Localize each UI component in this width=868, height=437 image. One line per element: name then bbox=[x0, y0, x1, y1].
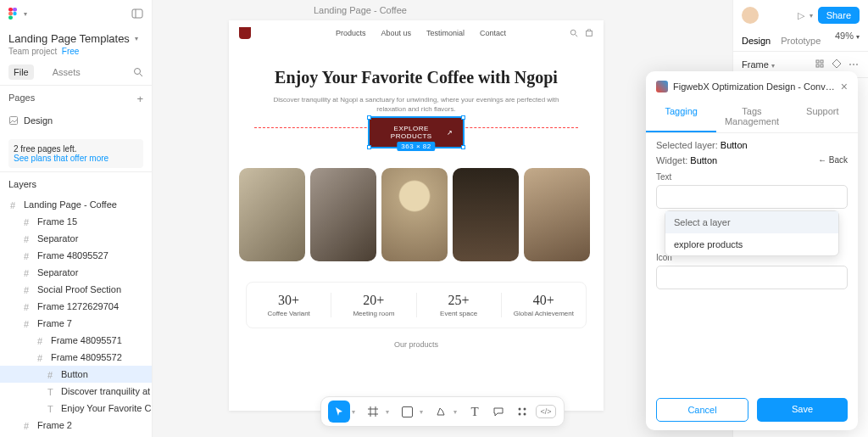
cancel-button[interactable]: Cancel bbox=[656, 398, 748, 422]
nav-contact[interactable]: Contact bbox=[480, 29, 506, 37]
tree-item[interactable]: #Separator bbox=[0, 230, 152, 247]
dropdown-option[interactable]: explore products bbox=[665, 233, 838, 255]
tree-item[interactable]: #Frame 7 bbox=[0, 315, 152, 332]
tree-item[interactable]: #Frame 48095527 bbox=[0, 247, 152, 264]
bottom-toolbar: ▾ ▾ ▾ ▾ T </> bbox=[320, 396, 565, 427]
nav-testimonial[interactable]: Testimonial bbox=[426, 29, 465, 37]
chevron-down-icon[interactable]: ▾ bbox=[352, 408, 360, 416]
icon-input[interactable] bbox=[656, 266, 848, 289]
tab-design[interactable]: Design bbox=[742, 31, 771, 51]
tree-item[interactable]: #Frame 15 bbox=[0, 213, 152, 230]
svg-rect-12 bbox=[587, 31, 593, 36]
comment-tool-icon[interactable] bbox=[487, 401, 509, 423]
share-button[interactable]: Share bbox=[818, 7, 860, 24]
text-input[interactable] bbox=[656, 185, 848, 209]
dropdown-placeholder: Select a layer bbox=[665, 211, 838, 233]
move-tool-icon[interactable] bbox=[328, 401, 350, 423]
artboard-coffee[interactable]: Products About us Testimonial Contact En… bbox=[229, 20, 604, 411]
shape-tool-icon[interactable] bbox=[396, 401, 418, 423]
close-icon[interactable]: × bbox=[841, 80, 848, 93]
resize-handle-icon[interactable] bbox=[461, 115, 465, 120]
nav-products[interactable]: Products bbox=[336, 29, 366, 37]
resize-handle-icon[interactable] bbox=[367, 115, 371, 120]
pen-tool-icon[interactable] bbox=[430, 401, 452, 423]
add-page-icon[interactable]: + bbox=[136, 92, 143, 105]
cta-selection[interactable]: EXPLORE PRODUCTS ↗ 363 × 82 bbox=[369, 117, 464, 148]
hash-icon: # bbox=[24, 234, 32, 243]
widget-row: Widget: Button ← Back bbox=[656, 155, 848, 165]
stat-item: 20+Meeting room bbox=[331, 293, 416, 317]
tab-assets[interactable]: Assets bbox=[47, 64, 86, 80]
svg-point-18 bbox=[524, 408, 526, 411]
chevron-down-icon[interactable]: ▾ bbox=[810, 12, 813, 20]
right-topbar: ▷ ▾ Share bbox=[733, 0, 868, 31]
chevron-down-icon[interactable]: ▾ bbox=[453, 408, 462, 416]
svg-rect-4 bbox=[8, 15, 13, 20]
avatar[interactable] bbox=[742, 7, 759, 24]
upgrade-link[interactable]: See plans that offer more bbox=[14, 154, 108, 163]
dimension-label: 363 × 82 bbox=[397, 142, 435, 151]
tree-item[interactable]: #Frame 2 bbox=[0, 417, 152, 434]
left-panel: ▾ Landing Page Templates ▾ Team project … bbox=[0, 0, 153, 437]
pages-section-header: Pages + bbox=[0, 86, 152, 112]
tab-file[interactable]: File bbox=[8, 64, 34, 80]
frame-dropdown[interactable]: Frame ▾ bbox=[742, 59, 775, 70]
chevron-down-icon: ▾ bbox=[24, 10, 27, 18]
tree-item[interactable]: #Frame 48095572 bbox=[0, 349, 152, 366]
tree-item[interactable]: #Frame 48095571 bbox=[0, 332, 152, 349]
project-name-dropdown[interactable]: Landing Page Templates ▾ bbox=[8, 32, 143, 45]
back-button[interactable]: ← Back bbox=[818, 155, 848, 165]
zoom-level[interactable]: 49% ▾ bbox=[835, 31, 860, 51]
tab-support[interactable]: Support bbox=[787, 100, 858, 132]
align-icon[interactable] bbox=[815, 59, 825, 70]
hero-section: Enjoy Your Favorite Coffee with Ngopi Di… bbox=[229, 46, 604, 154]
resize-handle-icon[interactable] bbox=[367, 145, 371, 149]
hash-icon: # bbox=[24, 268, 32, 277]
chevron-down-icon[interactable]: ▾ bbox=[386, 408, 394, 416]
tree-item[interactable]: #Frame 1272629704 bbox=[0, 298, 152, 315]
tree-item[interactable]: TDiscover tranquility at Ngopi… bbox=[0, 383, 152, 400]
save-button[interactable]: Save bbox=[757, 398, 848, 422]
tree-frame-root[interactable]: #Landing Page - Coffee bbox=[0, 196, 152, 213]
text-tool-icon[interactable]: T bbox=[464, 401, 486, 423]
cta-button[interactable]: EXPLORE PRODUCTS ↗ 363 × 82 bbox=[369, 117, 464, 148]
more-icon[interactable]: ⋯ bbox=[849, 59, 860, 70]
tree-item-button[interactable]: #Button bbox=[0, 366, 152, 383]
hash-icon: # bbox=[24, 319, 32, 328]
cart-icon[interactable] bbox=[585, 29, 593, 37]
search-icon[interactable] bbox=[570, 29, 578, 37]
popup-tabs: Tagging Tags Management Support bbox=[646, 100, 858, 133]
tab-tagging[interactable]: Tagging bbox=[646, 100, 716, 132]
coffee-image-icon bbox=[310, 168, 376, 261]
hero-title: Enjoy Your Favorite Coffee with Ngopi bbox=[263, 66, 570, 88]
figma-menu[interactable]: ▾ bbox=[8, 8, 27, 20]
actions-tool-icon[interactable] bbox=[511, 401, 533, 423]
brand-logo-icon bbox=[239, 27, 251, 39]
project-name: Landing Page Templates bbox=[8, 32, 130, 45]
chevron-down-icon[interactable]: ▾ bbox=[420, 408, 428, 416]
tab-tags-mgmt[interactable]: Tags Management bbox=[716, 100, 787, 132]
layers-header: Layers bbox=[0, 171, 152, 196]
nav-about[interactable]: About us bbox=[381, 29, 412, 37]
plan-link[interactable]: Free bbox=[62, 47, 80, 56]
canvas-frame-label[interactable]: Landing Page - Coffee bbox=[314, 5, 407, 15]
svg-rect-22 bbox=[821, 60, 823, 63]
svg-rect-2 bbox=[8, 12, 13, 16]
resize-handle-icon[interactable] bbox=[461, 145, 465, 149]
play-icon[interactable]: ▷ bbox=[798, 10, 804, 21]
tidy-icon[interactable] bbox=[832, 59, 842, 70]
page-list: Design bbox=[0, 112, 152, 136]
tree-item[interactable]: #Social Proof Section bbox=[0, 281, 152, 298]
right-tabs: Design Prototype 49% ▾ bbox=[733, 31, 868, 52]
tab-prototype[interactable]: Prototype bbox=[781, 31, 821, 51]
tree-item[interactable]: TEnjoy Your Favorite Coffee w… bbox=[0, 400, 152, 417]
dev-mode-toggle[interactable]: </> bbox=[535, 401, 557, 423]
hash-icon: # bbox=[24, 302, 32, 311]
panel-toggle-icon[interactable] bbox=[131, 8, 143, 20]
page-item-design[interactable]: Design bbox=[8, 112, 143, 129]
stat-item: 30+Coffee Variant bbox=[247, 293, 331, 317]
tree-item[interactable]: #Separator bbox=[0, 264, 152, 281]
canvas-tab-bar: Landing Page - Coffee bbox=[305, 0, 597, 20]
frame-tool-icon[interactable] bbox=[362, 401, 384, 423]
search-icon[interactable] bbox=[133, 67, 143, 77]
